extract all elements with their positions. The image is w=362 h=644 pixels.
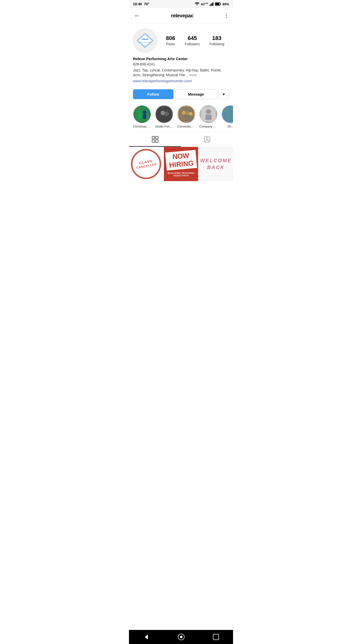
more-options-button[interactable]: ⋮ xyxy=(223,12,229,19)
hiring-text3: QUALIFIED TEACHING ASSISTANTS xyxy=(166,172,196,177)
wifi-icon xyxy=(195,2,199,6)
bio-section: Releve Performing Arts Center 828-696-41… xyxy=(129,56,233,87)
back-button[interactable]: ← xyxy=(133,11,141,20)
grid-icon xyxy=(152,136,158,143)
highlight-christmas-label: Christmas 2... xyxy=(133,125,151,128)
followers-label: Followers xyxy=(185,42,200,46)
status-bar: 10:40 70° 4GLTE xyxy=(129,0,233,8)
network-label: 4GLTE xyxy=(201,2,208,6)
nav-home-icon xyxy=(178,633,185,640)
post-item-welcome[interactable]: WELCOME BACK xyxy=(199,147,233,181)
profile-stats: 806 Posts 645 Followers 183 Following xyxy=(161,35,229,46)
followers-count: 645 xyxy=(188,35,197,42)
highlight-5[interactable]: Sh... xyxy=(221,105,233,128)
svg-point-18 xyxy=(189,112,193,115)
message-button[interactable]: Message xyxy=(175,89,216,99)
profile-logo: relevé performing arts center xyxy=(135,30,155,51)
post-item[interactable]: CLASS CANCELLED xyxy=(129,147,163,181)
follow-button[interactable]: Follow xyxy=(133,89,173,99)
svg-point-8 xyxy=(138,110,141,114)
profile-username: relevepac xyxy=(171,13,194,19)
welcome-text2: BACK xyxy=(207,165,225,170)
story-highlights: Christmas 2... Studio Fun 1... xyxy=(129,103,233,132)
tab-tagged[interactable] xyxy=(181,133,233,147)
dropdown-icon: ▾ xyxy=(223,92,225,97)
highlight-christmas[interactable]: Christmas 2... xyxy=(133,105,151,128)
profile-header: relevé performing arts center 806 Posts … xyxy=(129,23,233,56)
battery-level: 85% xyxy=(222,2,229,6)
hiring-text2: HIRING xyxy=(169,159,194,169)
profile-website[interactable]: www.releveperformingartscenter.com/ xyxy=(133,79,192,83)
svg-rect-21 xyxy=(205,115,211,120)
nav-home-button[interactable] xyxy=(178,633,185,640)
bio-more[interactable]: ... more xyxy=(185,73,197,77)
highlight-company-img xyxy=(201,107,216,122)
highlight-studio[interactable]: Studio Fun 1... xyxy=(155,105,173,128)
following-count: 183 xyxy=(212,35,221,42)
highlight-studio-img xyxy=(157,107,172,122)
post-welcome-content: WELCOME BACK xyxy=(200,158,232,170)
post-hiring-content: NOW HIRING QUALIFIED TEACHING ASSISTANTS xyxy=(164,149,198,179)
profile-full-name: Releve Performing Arts Center xyxy=(133,57,229,61)
posts-stat[interactable]: 806 Posts xyxy=(166,35,175,46)
signal-icon xyxy=(210,2,213,6)
svg-rect-1 xyxy=(220,3,221,5)
nav-recents-button[interactable] xyxy=(213,634,219,640)
highlight-studio-label: Studio Fun 1... xyxy=(155,125,173,128)
tab-grid[interactable] xyxy=(129,133,181,147)
time: 10:40 xyxy=(133,2,142,6)
highlight-christmas-img xyxy=(134,107,150,122)
highlight-convention[interactable]: Convention ... xyxy=(177,105,195,128)
profile-phone: 828-696-4141 xyxy=(133,62,229,67)
highlight-company[interactable]: Company 19... xyxy=(199,105,217,128)
svg-point-10 xyxy=(143,110,146,114)
avatar[interactable]: relevé performing arts center xyxy=(133,28,157,53)
following-label: Following xyxy=(209,42,224,46)
highlight-5-img xyxy=(223,107,233,122)
svg-point-16 xyxy=(182,111,186,115)
post-cancelled-content: CLASS CANCELLED xyxy=(129,147,163,181)
svg-rect-22 xyxy=(223,107,233,122)
action-buttons: Follow Message ▾ xyxy=(129,87,233,103)
svg-rect-9 xyxy=(138,114,141,119)
bottom-nav xyxy=(129,630,233,644)
post-item-hiring[interactable]: NOW HIRING QUALIFIED TEACHING ASSISTANTS xyxy=(164,147,198,181)
svg-point-17 xyxy=(186,111,190,115)
tab-bar xyxy=(129,132,233,147)
highlight-convention-label: Convention ... xyxy=(177,125,195,128)
svg-marker-29 xyxy=(145,634,148,639)
svg-point-14 xyxy=(164,111,169,116)
svg-rect-11 xyxy=(143,114,146,119)
posts-label: Posts xyxy=(166,42,175,46)
svg-rect-23 xyxy=(152,136,155,139)
svg-rect-32 xyxy=(213,634,219,640)
temperature: 70° xyxy=(144,2,149,6)
nav-back-icon xyxy=(143,633,150,640)
svg-rect-26 xyxy=(156,140,158,142)
svg-text:relevé: relevé xyxy=(142,38,149,41)
highlight-company-label: Company 19... xyxy=(199,125,217,128)
posts-grid: CLASS CANCELLED NOW HIRING QUALIFIED TEA… xyxy=(129,147,233,181)
svg-text:performing arts center: performing arts center xyxy=(140,42,151,43)
highlight-convention-img xyxy=(179,107,194,122)
following-stat[interactable]: 183 Following xyxy=(209,35,224,46)
hiring-text1: NOW xyxy=(172,151,189,161)
svg-point-13 xyxy=(161,111,165,115)
posts-count: 806 xyxy=(166,35,175,42)
svg-rect-24 xyxy=(156,136,158,139)
profile-bio: Jazz, Tap, Lyrical, Contemporary, Hip-ho… xyxy=(133,68,229,78)
svg-rect-7 xyxy=(134,107,150,122)
svg-rect-25 xyxy=(152,140,155,142)
svg-rect-2 xyxy=(215,3,219,5)
dropdown-button[interactable]: ▾ xyxy=(218,89,229,99)
highlight-5-label: Sh... xyxy=(228,125,233,128)
svg-point-31 xyxy=(180,636,183,638)
svg-point-28 xyxy=(206,138,208,140)
nav-back-button[interactable] xyxy=(143,633,150,640)
welcome-text1: WELCOME xyxy=(200,158,232,164)
svg-point-20 xyxy=(206,109,211,114)
nav-recents-icon xyxy=(213,634,219,640)
top-nav: ← relevepac ⋮ xyxy=(129,8,233,23)
followers-stat[interactable]: 645 Followers xyxy=(185,35,200,46)
battery-icon xyxy=(215,2,221,6)
